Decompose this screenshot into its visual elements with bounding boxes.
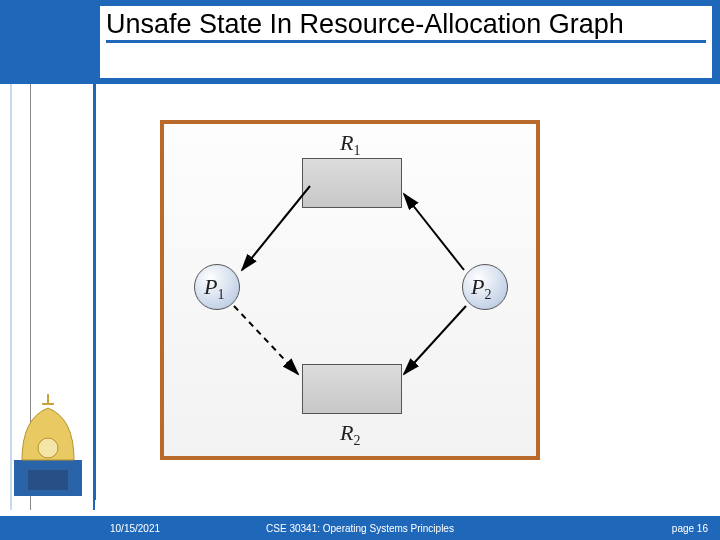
header-panel: Unsafe State In Resource-Allocation Grap…	[100, 6, 712, 78]
footer-bar: 10/15/2021 CSE 30341: Operating Systems …	[0, 516, 720, 540]
left-thick-rule	[93, 84, 96, 510]
footer-date: 10/15/2021	[110, 523, 160, 534]
dome-logo	[8, 390, 88, 500]
svg-rect-7	[28, 470, 68, 490]
footer-page: page 16	[672, 523, 708, 534]
svg-line-0	[242, 186, 310, 270]
slide-title: Unsafe State In Resource-Allocation Grap…	[106, 8, 706, 43]
svg-point-8	[38, 438, 58, 458]
resource-allocation-graph: R1 P1 P2 R2	[160, 120, 540, 460]
svg-line-2	[404, 194, 464, 270]
footer-course: CSE 30341: Operating Systems Principles	[0, 523, 720, 534]
svg-line-5	[234, 306, 298, 374]
graph-edges	[164, 124, 536, 456]
